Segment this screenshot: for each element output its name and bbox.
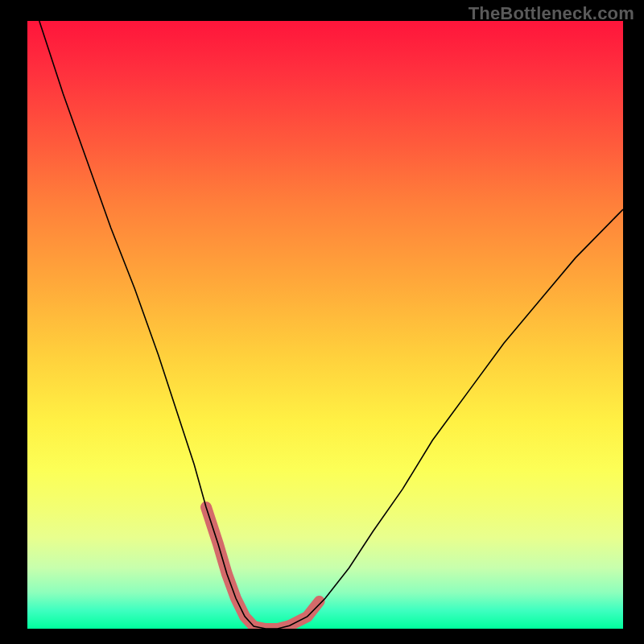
- watermark-text: TheBottleneck.com: [469, 3, 634, 24]
- series-highlight-left: [206, 507, 254, 626]
- chart-svg: [27, 21, 623, 629]
- series-highlight-right: [290, 601, 320, 625]
- series-curve: [39, 21, 623, 629]
- chart-frame: TheBottleneck.com: [0, 0, 644, 644]
- chart-plot-area: [27, 21, 623, 629]
